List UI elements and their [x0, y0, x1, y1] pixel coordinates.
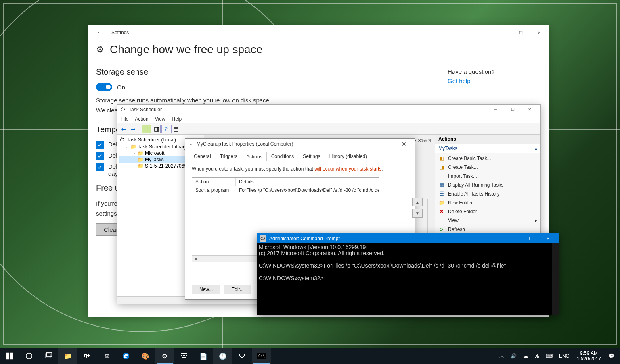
command-prompt-window: C:\ Administrator: Command Prompt ─ ☐ ✕ …	[257, 233, 559, 315]
close-button[interactable]: ✕	[396, 141, 412, 147]
cmd-title: Administrator: Command Prompt	[269, 236, 340, 241]
back-icon[interactable]: ⬅	[119, 125, 128, 133]
minimize-button[interactable]: ─	[493, 26, 511, 39]
props-desc: When you create a task, you must specify…	[192, 166, 408, 172]
show-desktop-button[interactable]	[618, 348, 620, 364]
file-explorer-button[interactable]: 📁	[58, 348, 78, 364]
props-title: MyCleanupTask Properties (Local Computer…	[197, 141, 293, 147]
action-new-folder[interactable]: 📁New Folder...	[435, 198, 540, 207]
task-scheduler-icon: ⏱	[120, 106, 126, 113]
cmd-titlebar: C:\ Administrator: Command Prompt ─ ☐ ✕	[257, 234, 559, 243]
edge-icon	[121, 352, 130, 360]
forward-icon[interactable]: ➡	[129, 125, 138, 133]
action-refresh[interactable]: ⟳Refresh	[435, 225, 540, 234]
gear-icon: ⚙	[162, 352, 168, 360]
menu-file[interactable]: File	[121, 116, 128, 122]
action-import[interactable]: Import Task...	[435, 172, 540, 181]
photos-button[interactable]: 🖼	[174, 348, 194, 364]
storage-sense-title: Storage sense	[96, 67, 354, 77]
action-view[interactable]: View▸	[435, 216, 540, 225]
tray-clock[interactable]: 9:59 AM 10/26/2017	[573, 348, 605, 364]
task-title: Task Scheduler	[129, 107, 162, 112]
move-up-button[interactable]: ▲	[412, 198, 423, 206]
storage-sense-toggle[interactable]	[96, 83, 112, 91]
start-button[interactable]	[0, 348, 19, 364]
volume-icon: 🔊	[511, 353, 517, 359]
minimize-button[interactable]: ─	[487, 105, 504, 114]
action-center-button[interactable]: 💬	[605, 348, 618, 364]
menu-action[interactable]: Action	[135, 116, 148, 122]
settings-titlebar: ← Settings ─ ☐ ✕	[88, 25, 549, 41]
tray-chevron[interactable]: ︿	[496, 348, 507, 364]
storage-desc-1: Storage sense runs automatically when yo…	[96, 96, 354, 104]
have-question: Have a question?	[448, 68, 540, 75]
menu-help[interactable]: Help	[172, 116, 182, 122]
settings-heading: Change how we free up space	[110, 43, 262, 56]
toolbar-btn-2[interactable]: ▥	[152, 125, 161, 133]
checkbox-2[interactable]: ✓	[96, 152, 104, 160]
get-help-link[interactable]: Get help	[448, 77, 540, 84]
action-create[interactable]: ◨Create Task...	[435, 163, 540, 172]
back-button[interactable]: ←	[92, 25, 108, 41]
actions-context: MyTasks ▴	[435, 144, 540, 153]
th-details[interactable]: Details	[236, 178, 379, 186]
task-scheduler-taskbar-button[interactable]: 🕘	[213, 348, 232, 364]
cmd-icon: C:\	[257, 353, 266, 359]
close-button[interactable]: ✕	[521, 105, 538, 114]
action-create-basic[interactable]: ◧Create Basic Task...	[435, 154, 540, 163]
menu-view[interactable]: View	[155, 116, 165, 122]
cmd-output[interactable]: Microsoft Windows [Version 10.0.16299.19…	[257, 243, 559, 315]
tray-volume[interactable]: 🔊	[507, 348, 520, 364]
edit-button[interactable]: Edit...	[224, 285, 251, 294]
mail-button[interactable]: ✉	[97, 348, 116, 364]
props-tabs: General Triggers Actions Conditions Sett…	[189, 152, 411, 161]
maximize-button[interactable]: ☐	[511, 26, 530, 39]
action-delete-folder[interactable]: ✖Delete Folder	[435, 207, 540, 216]
tab-general[interactable]: General	[189, 152, 216, 161]
toolbar-btn-1[interactable]: ▫	[142, 125, 151, 133]
task-view-icon	[44, 352, 53, 360]
close-button[interactable]: ✕	[539, 234, 556, 243]
actions-header: Actions	[435, 135, 540, 144]
checkbox-1[interactable]: ✓	[96, 141, 104, 149]
notepad-button[interactable]: 📄	[194, 348, 213, 364]
store-button[interactable]: 🛍	[78, 348, 97, 364]
scroll-left-icon[interactable]: ◀	[192, 256, 199, 262]
action-enable-history[interactable]: ☰Enable All Tasks History	[435, 189, 540, 198]
shield-icon: 🛡	[239, 352, 245, 360]
table-row[interactable]: Start a program ForFiles /p "C:\Users\xb…	[192, 186, 379, 194]
cmd-icon: C:\	[260, 235, 266, 242]
tab-settings[interactable]: Settings	[298, 152, 325, 161]
paint-button[interactable]: 🎨	[136, 348, 155, 364]
new-button[interactable]: New...	[192, 285, 220, 294]
maximize-button[interactable]: ☐	[522, 234, 539, 243]
tab-history[interactable]: History (disabled)	[325, 152, 371, 161]
toolbar-help-icon[interactable]: ?	[161, 125, 170, 133]
tray-language[interactable]: ENG	[556, 353, 573, 359]
cortana-button[interactable]	[19, 348, 39, 364]
defender-button[interactable]: 🛡	[232, 348, 252, 364]
collapse-icon[interactable]: ▴	[535, 146, 537, 151]
checkbox-3[interactable]: ✓	[96, 163, 104, 171]
edge-button[interactable]	[116, 348, 136, 364]
settings-title: Settings	[111, 30, 129, 35]
props-icon: ▫	[188, 141, 194, 147]
th-action[interactable]: Action	[192, 178, 236, 186]
minimize-button[interactable]: ─	[505, 234, 522, 243]
cmd-taskbar-button[interactable]: C:\	[252, 348, 271, 364]
close-button[interactable]: ✕	[530, 26, 549, 39]
tab-actions[interactable]: Actions	[242, 152, 266, 161]
tray-onedrive[interactable]: ☁	[520, 348, 531, 364]
settings-taskbar-button[interactable]: ⚙	[155, 348, 174, 364]
tab-conditions[interactable]: Conditions	[267, 152, 299, 161]
maximize-button[interactable]: ☐	[504, 105, 521, 114]
action-display-running[interactable]: ▦Display All Running Tasks	[435, 181, 540, 189]
tray-network[interactable]: 🖧	[531, 348, 542, 364]
tray-input[interactable]: ⌨	[542, 348, 556, 364]
toolbar-btn-3[interactable]: ▤	[171, 125, 180, 133]
cmd-scrollbar[interactable]	[552, 243, 559, 315]
move-down-button[interactable]: ▼	[412, 209, 423, 218]
svg-point-0	[26, 353, 32, 359]
tab-triggers[interactable]: Triggers	[216, 152, 242, 161]
task-view-button[interactable]	[39, 348, 58, 364]
